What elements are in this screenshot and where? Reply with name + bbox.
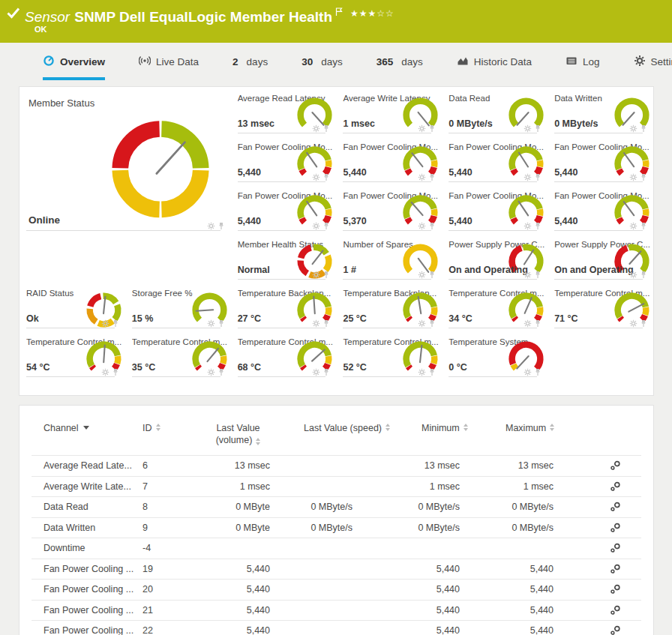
pin-icon[interactable] — [640, 124, 647, 133]
channel-name[interactable]: Fan Power Cooling ... — [32, 605, 142, 616]
channel-name[interactable]: Average Read Late... — [32, 460, 142, 471]
row-actions — [610, 625, 621, 635]
gear-icon[interactable] — [524, 319, 532, 328]
cell-actions — [101, 368, 119, 376]
gauge-value: Normal — [238, 265, 270, 275]
channel-name[interactable]: Fan Power Cooling ... — [32, 625, 142, 635]
gear-icon[interactable] — [312, 271, 320, 279]
gear-icon[interactable] — [207, 222, 215, 230]
pin-icon[interactable] — [428, 124, 436, 133]
channel-settings-icon[interactable] — [610, 564, 621, 574]
gear-icon[interactable] — [312, 319, 320, 328]
pin-icon[interactable] — [322, 368, 330, 376]
gear-icon[interactable] — [629, 271, 638, 279]
gear-icon[interactable] — [418, 173, 426, 181]
pin-icon[interactable] — [112, 368, 119, 376]
channel-name[interactable]: Average Write Late... — [32, 481, 142, 492]
pin-icon[interactable] — [640, 271, 647, 279]
pin-icon[interactable] — [322, 173, 330, 181]
channel-settings-icon[interactable] — [610, 523, 621, 533]
column-header-min[interactable]: Minimum — [412, 422, 496, 434]
gear-icon[interactable] — [629, 124, 638, 133]
channel-name[interactable]: Data Read — [32, 502, 142, 512]
column-header-id[interactable]: ID — [142, 422, 195, 434]
column-header-max[interactable]: Maximum — [496, 422, 599, 434]
cell-max: 5,440 — [460, 625, 554, 635]
tab-2-days[interactable]: 2days — [232, 43, 268, 80]
gear-icon[interactable] — [312, 173, 320, 181]
gear-icon[interactable] — [418, 319, 426, 328]
gear-icon[interactable] — [101, 368, 110, 376]
pin-icon[interactable] — [428, 173, 436, 181]
gear-icon[interactable] — [524, 124, 532, 133]
gear-icon[interactable] — [312, 124, 320, 133]
gear-icon[interactable] — [418, 222, 426, 230]
gear-icon[interactable] — [629, 319, 638, 328]
pin-icon[interactable] — [534, 319, 542, 328]
gear-icon[interactable] — [312, 368, 320, 376]
channel-settings-icon[interactable] — [610, 584, 621, 595]
column-header-last_speed[interactable]: Last Value (speed) — [304, 422, 390, 434]
gear-icon[interactable] — [207, 319, 215, 328]
cell-id: 9 — [142, 523, 195, 533]
tab-log[interactable]: Log — [566, 43, 600, 80]
pin-icon[interactable] — [428, 368, 436, 376]
gear-icon[interactable] — [418, 368, 426, 376]
pin-icon[interactable] — [322, 222, 330, 230]
gear-icon[interactable] — [629, 173, 638, 181]
cell-divider — [238, 133, 326, 133]
pin-icon[interactable] — [322, 271, 330, 279]
channel-name[interactable]: Downtime — [32, 543, 142, 553]
tab-365-days[interactable]: 365days — [376, 43, 423, 80]
member-status-gauge — [102, 109, 219, 226]
channel-settings-icon[interactable] — [610, 502, 621, 512]
gear-icon[interactable] — [524, 173, 532, 181]
pin-icon[interactable] — [322, 124, 330, 133]
gauge-value: 52 °C — [343, 362, 366, 373]
channel-settings-icon[interactable] — [610, 605, 621, 616]
pin-icon[interactable] — [534, 368, 542, 376]
gear-icon[interactable] — [207, 368, 215, 376]
gear-icon[interactable] — [524, 271, 532, 279]
pin-icon[interactable] — [534, 222, 542, 230]
pin-icon[interactable] — [640, 173, 647, 181]
channel-name[interactable]: Fan Power Cooling ... — [32, 584, 142, 595]
priority-stars[interactable]: ★★★☆☆ — [350, 8, 394, 19]
gear-icon[interactable] — [418, 271, 426, 279]
pin-icon[interactable] — [218, 319, 225, 328]
tab-historic-data[interactable]: Historic Data — [457, 43, 532, 80]
channel-name[interactable]: Fan Power Cooling ... — [32, 564, 142, 574]
pin-icon[interactable] — [534, 124, 542, 133]
favorite-flag-icon[interactable] — [335, 4, 343, 20]
pin-icon[interactable] — [112, 319, 119, 328]
gear-icon[interactable] — [524, 222, 532, 230]
channel-name[interactable]: Data Written — [32, 523, 142, 533]
column-header-channel[interactable]: Channel — [32, 422, 142, 434]
gear-icon[interactable] — [418, 124, 426, 133]
gear-icon[interactable] — [524, 368, 532, 376]
tab-overview[interactable]: Overview — [43, 43, 105, 80]
gear-icon[interactable] — [629, 222, 638, 230]
pin-icon[interactable] — [428, 319, 436, 328]
tab-live-data[interactable]: Live Data — [139, 43, 199, 80]
tab-settings[interactable]: Settings — [634, 43, 672, 80]
tab-30-days[interactable]: 30days — [302, 43, 343, 80]
pin-icon[interactable] — [218, 222, 225, 230]
pin-icon[interactable] — [322, 319, 330, 328]
pin-icon[interactable] — [218, 368, 225, 376]
pin-icon[interactable] — [534, 271, 542, 279]
gear-icon[interactable] — [101, 319, 110, 328]
pin-icon[interactable] — [428, 271, 436, 279]
pin-icon[interactable] — [428, 222, 436, 230]
pin-icon[interactable] — [640, 319, 647, 328]
pin-icon[interactable] — [640, 222, 647, 230]
column-header-last_volume[interactable]: Last Value (volume) — [207, 422, 270, 446]
cell-min: 1 msec — [352, 481, 460, 492]
channel-settings-icon[interactable] — [610, 543, 621, 553]
gauge-value: On and Operating — [554, 265, 634, 275]
channel-settings-icon[interactable] — [610, 460, 621, 471]
channel-settings-icon[interactable] — [610, 625, 621, 635]
pin-icon[interactable] — [534, 173, 542, 181]
gear-icon[interactable] — [312, 222, 320, 230]
channel-settings-icon[interactable] — [610, 481, 621, 492]
